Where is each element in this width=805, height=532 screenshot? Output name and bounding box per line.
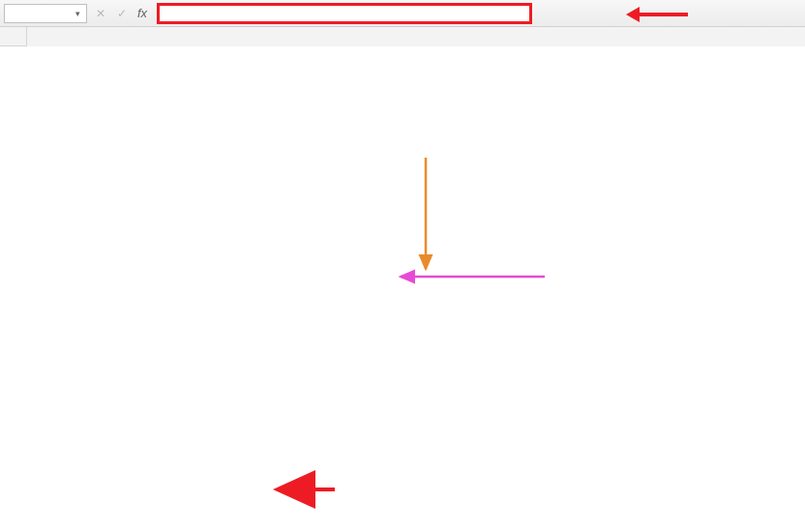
cells-area	[27, 46, 805, 532]
name-box[interactable]	[4, 4, 87, 23]
cancel-icon[interactable]: ✕	[93, 6, 108, 21]
column-headers	[0, 27, 805, 46]
formula-arrow	[630, 13, 688, 16]
fx-icon[interactable]: fx	[135, 6, 149, 20]
enter-icon[interactable]: ✓	[114, 6, 130, 21]
select-all-corner[interactable]	[0, 27, 27, 46]
formula-input[interactable]	[157, 3, 532, 24]
worksheet	[0, 27, 805, 532]
